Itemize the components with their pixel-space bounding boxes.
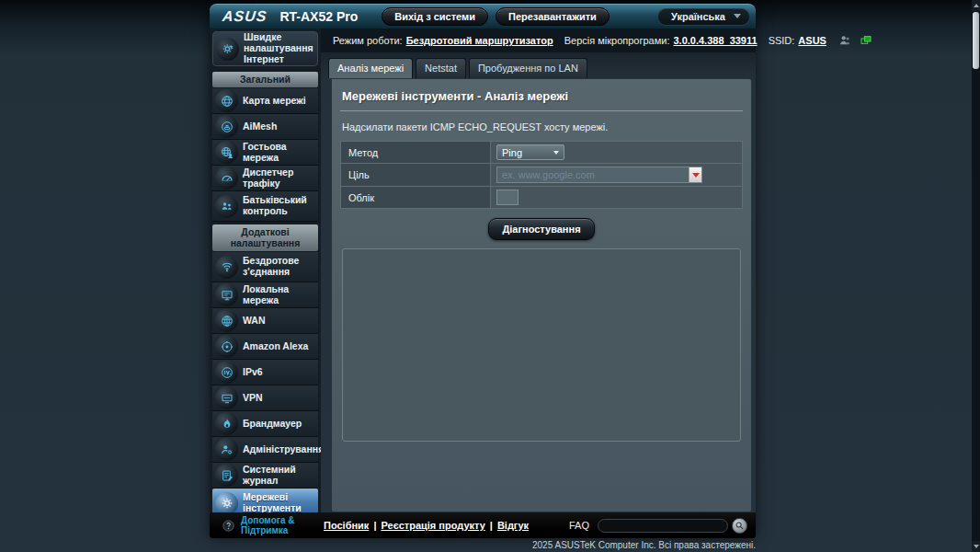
- target-input[interactable]: [497, 167, 689, 182]
- form-row-count: Облік: [341, 187, 743, 209]
- footer-link-manual[interactable]: Посібник: [324, 520, 369, 531]
- sidebar: Швидке налаштування Інтернет ЗагальнийКа…: [210, 29, 321, 512]
- tab-netstat[interactable]: Netstat: [416, 58, 466, 78]
- sidebar-item-wireless[interactable]: Бездротове з'єднання: [212, 252, 318, 282]
- ssid-link[interactable]: ASUS: [798, 35, 826, 46]
- sidebar-item-aimesh[interactable]: AiMesh: [212, 114, 318, 140]
- administration-icon: [215, 438, 238, 461]
- sidebar-item-ipv6[interactable]: IPv6: [212, 360, 318, 385]
- sidebar-item-traffic-manager[interactable]: Диспетчер трафіку: [212, 166, 318, 191]
- sidebar-item-label: Локальна мережа: [243, 284, 315, 306]
- alexa-icon: [215, 335, 238, 358]
- sidebar-item-wan[interactable]: WAN: [212, 308, 318, 334]
- aimesh-icon: [215, 115, 238, 138]
- sidebar-item-guest-network[interactable]: Гостьова мережа: [212, 140, 318, 166]
- count-input[interactable]: [496, 190, 518, 205]
- chevron-down-icon: [692, 173, 700, 178]
- sidebar-item-amazon-alexa[interactable]: Amazon Alexa: [212, 334, 318, 360]
- sidebar-item-lan[interactable]: Локальна мережа: [212, 282, 318, 308]
- chevron-down-icon: [553, 151, 559, 155]
- scrollbar-thumb[interactable]: [973, 12, 979, 69]
- sidebar-item-label: Карта мережі: [243, 96, 306, 107]
- asus-logo: ASUS: [222, 8, 268, 25]
- sidebar-section-general: Загальний: [212, 72, 318, 87]
- sidebar-item-label: Диспетчер трафіку: [243, 167, 315, 190]
- link-separator: |: [373, 520, 376, 531]
- vpn-icon: [215, 386, 238, 409]
- chevron-down-icon: [734, 14, 741, 18]
- sidebar-item-label: IPv6: [243, 367, 263, 378]
- form-table: Метод Ping Ціль: [340, 141, 743, 209]
- logout-button[interactable]: Вихід з системи: [382, 7, 488, 26]
- sidebar-item-label: Батьківський контроль: [243, 195, 315, 217]
- sidebar-item-system-log[interactable]: Системний журнал: [212, 463, 318, 489]
- footer-link-product-registration[interactable]: Реєстрація продукту: [381, 520, 484, 531]
- sidebar-item-network-tools[interactable]: Мережеві інструменти: [212, 489, 318, 512]
- sidebar-section-advanced: Додаткові налаштування: [212, 224, 318, 251]
- sidebar-item-label: Гостьова мережа: [243, 142, 315, 164]
- sidebar-item-label: Мережеві інструменти: [243, 492, 315, 512]
- router-admin-page: ASUS RT-AX52 Pro Вихід з системи Перезав…: [210, 4, 756, 538]
- firewall-icon: [215, 412, 238, 435]
- scroll-down-button[interactable]: [972, 541, 980, 552]
- tab-bar: Аналіз мережіNetstatПробудження по LAN: [321, 52, 756, 78]
- tab-network-analysis[interactable]: Аналіз мережі: [328, 58, 413, 78]
- scrollbar[interactable]: [972, 0, 980, 552]
- form-row-target: Ціль: [341, 164, 743, 187]
- lan-icon: [215, 283, 238, 306]
- operation-mode-link[interactable]: Бездротовий маршрутизатор: [406, 35, 553, 46]
- guest-network-icon: [215, 141, 238, 164]
- sidebar-item-label: Брандмауер: [243, 419, 302, 430]
- footer-link-feedback[interactable]: Відгук: [497, 520, 529, 531]
- language-selector[interactable]: Українська: [657, 8, 750, 26]
- model-name: RT-AX52 Pro: [279, 9, 358, 24]
- wan-icon: [215, 309, 238, 332]
- sidebar-item-vpn[interactable]: VPN: [212, 385, 318, 411]
- copyright: 2025 ASUSTeK Computer Inc. Всі права зас…: [532, 540, 756, 550]
- count-label: Облік: [341, 187, 491, 209]
- faq-search-input[interactable]: [598, 519, 728, 533]
- sidebar-item-quick-internet-setup[interactable]: Швидке налаштування Інтернет: [212, 31, 318, 66]
- status-bar: Режим роботи: Бездротовий маршрутизатор …: [321, 29, 756, 52]
- sidebar-item-network-map[interactable]: Карта мережі: [212, 88, 318, 114]
- quick-setup-icon: [216, 38, 239, 61]
- help-icon[interactable]: [222, 519, 235, 533]
- link-separator: |: [490, 520, 493, 531]
- sidebar-item-label: VPN: [243, 393, 263, 404]
- network-map-icon: [215, 89, 238, 112]
- reboot-button[interactable]: Перезавантажити: [496, 7, 610, 26]
- content-column: Режим роботи: Бездротовий маршрутизатор …: [321, 29, 756, 512]
- diagnose-button[interactable]: Діагностування: [488, 218, 594, 240]
- sidebar-item-label: Системний журнал: [243, 465, 315, 487]
- operation-mode-label: Режим роботи:: [333, 35, 403, 46]
- sidebar-item-parental-controls[interactable]: Батьківський контроль: [212, 191, 318, 222]
- chevron-down-icon: [974, 545, 979, 548]
- sidebar-item-label: Amazon Alexa: [243, 341, 308, 352]
- sidebar-item-administration[interactable]: Адміністрування: [212, 437, 318, 463]
- ipv6-icon: [215, 361, 238, 384]
- form-row-method: Метод Ping: [341, 142, 743, 164]
- tab-wake-on-lan[interactable]: Пробудження по LAN: [469, 58, 587, 78]
- sidebar-item-label: AiMesh: [243, 121, 277, 132]
- method-select[interactable]: Ping: [496, 144, 564, 160]
- target-dropdown-button[interactable]: [689, 167, 701, 182]
- ssid-label: SSID:: [769, 35, 795, 46]
- system-log-icon: [215, 464, 238, 487]
- sidebar-item-label: Швидке налаштування Інтернет: [244, 32, 314, 64]
- result-textarea[interactable]: [342, 248, 741, 442]
- firmware-version-link[interactable]: 3.0.0.4.388_33911: [673, 35, 757, 46]
- firmware-version-label: Версія мікропрограми:: [564, 35, 670, 46]
- help-support-link[interactable]: Допомога & Підтримка: [241, 515, 302, 536]
- sidebar-item-firewall[interactable]: Брандмауер: [212, 411, 318, 437]
- wireless-icon: [215, 256, 238, 279]
- clients-icon[interactable]: [838, 33, 852, 48]
- target-label: Ціль: [341, 164, 491, 187]
- footer: Допомога & Підтримка Посібник|Реєстрація…: [210, 512, 756, 538]
- language-selected-value: Українська: [671, 11, 725, 22]
- internet-status-icon[interactable]: [859, 33, 873, 48]
- faq-label: FAQ: [569, 520, 589, 531]
- faq-search-button[interactable]: [732, 518, 747, 534]
- page-description: Надсилати пакети ICMP ECHO_REQUEST хосту…: [342, 121, 741, 132]
- scroll-up-button[interactable]: [972, 0, 980, 11]
- method-label: Метод: [341, 142, 491, 164]
